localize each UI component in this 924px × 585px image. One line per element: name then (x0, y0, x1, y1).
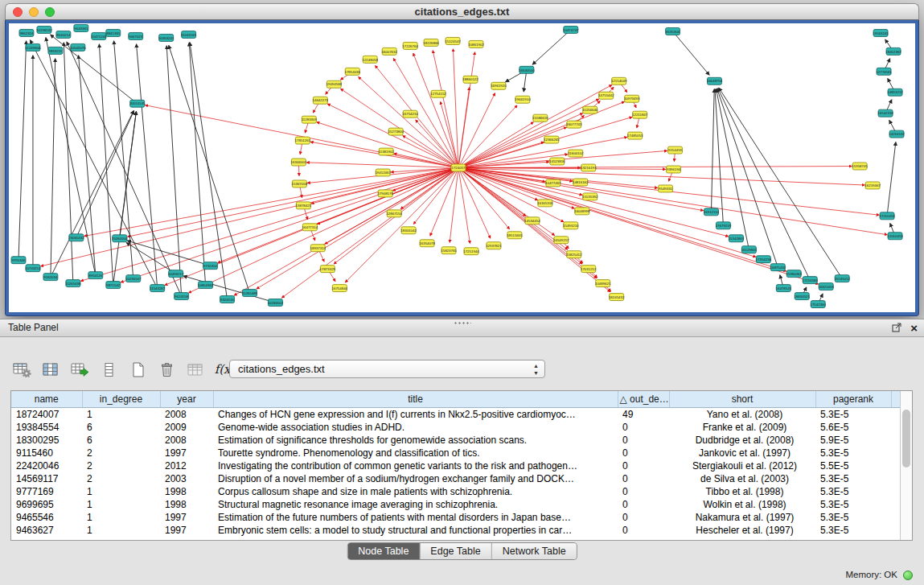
graph-node[interactable]: 16640500 (519, 66, 535, 73)
table-cell[interactable]: 5.3E-5 (815, 498, 891, 511)
tab-node-table[interactable]: Node Table (347, 543, 419, 559)
graph-edge[interactable] (887, 142, 896, 216)
graph-node[interactable]: 11256640 (582, 106, 598, 113)
graph-node[interactable]: 18860122 (462, 76, 478, 83)
graph-node[interactable]: 16648794 (707, 77, 723, 84)
graph-node[interactable]: 11265489 (242, 290, 258, 297)
table-row[interactable]: 969969511998Structural magnetic resonanc… (11, 498, 900, 511)
graph-node[interactable]: 8954126 (88, 272, 103, 279)
close-panel-icon[interactable]: × (910, 320, 918, 336)
graph-edge[interactable] (715, 89, 723, 226)
graph-node[interactable]: 17908176 (377, 190, 393, 197)
table-cell[interactable]: Corpus callosum shape and size in male p… (213, 485, 618, 498)
graph-node[interactable]: 16549257 (553, 237, 569, 244)
table-cell[interactable]: 2012 (160, 459, 213, 472)
graph-node[interactable]: 19412467 (375, 169, 391, 176)
graph-node[interactable]: 9732454 (203, 262, 218, 270)
graph-node[interactable]: 16354078 (419, 240, 435, 247)
graph-node[interactable]: 18634521 (795, 293, 811, 300)
graph-node[interactable]: 14216532 (889, 130, 905, 138)
table-cell[interactable]: 19384554 (11, 421, 82, 434)
graph-edge[interactable] (126, 243, 175, 274)
table-cell[interactable]: 5.9E-5 (815, 434, 891, 447)
graph-node[interactable]: 10542076 (70, 43, 86, 51)
tab-edge-table[interactable]: Edge Table (419, 543, 491, 559)
graph-node[interactable]: 15825412 (566, 251, 582, 258)
table-cell[interactable]: Embryonic stem cells: a model to study s… (213, 524, 618, 537)
table-row[interactable]: 1456911722003Disruption of a novel membe… (11, 472, 900, 485)
network-window-titlebar[interactable]: citations_edges.txt (5, 3, 919, 20)
table-cell[interactable]: 9463627 (11, 524, 82, 537)
graph-node[interactable]: 15586619 (532, 114, 548, 122)
table-cell[interactable]: 6 (82, 434, 160, 447)
table-row[interactable]: 1872400712008Changes of HCN gene express… (11, 407, 900, 421)
graph-node[interactable]: 19245012 (834, 275, 850, 282)
graph-node[interactable]: 11283309 (302, 116, 318, 123)
graph-node[interactable]: 9643361 (74, 24, 88, 31)
graph-edge[interactable] (458, 168, 786, 272)
table-cell[interactable]: 5.3E-5 (815, 485, 891, 498)
graph-edge[interactable] (453, 49, 458, 168)
graph-node[interactable]: 11604102 (568, 150, 584, 157)
graph-node[interactable]: 17251944 (463, 248, 479, 255)
column-header[interactable]: year (160, 391, 213, 407)
tab-network-table[interactable]: Network Table (491, 543, 577, 559)
table-cell[interactable]: de Silva et al. (2003) (669, 472, 815, 485)
graph-node[interactable]: 8640214 (56, 31, 71, 38)
graph-node[interactable]: 16477314 (302, 224, 318, 231)
graph-node[interactable]: 16912114 (704, 208, 720, 216)
table-cell[interactable]: Dudbridge et al. (2008) (669, 434, 815, 447)
graph-edge[interactable] (218, 168, 458, 263)
table-cell[interactable]: 1 (82, 511, 160, 524)
graph-node[interactable]: 11249804 (25, 43, 41, 51)
graph-edge[interactable] (458, 168, 729, 237)
delete-icon[interactable] (154, 358, 179, 381)
graph-node[interactable]: 25260550 (112, 235, 128, 242)
table-cell[interactable]: 2 (82, 472, 160, 485)
graph-node[interactable]: 14816162 (573, 179, 589, 186)
minimize-window-button[interactable] (29, 7, 39, 17)
graph-node[interactable]: 10474747 (563, 26, 579, 33)
graph-node[interactable]: 9795346 (11, 257, 26, 264)
graph-node[interactable]: 15367058 (292, 180, 308, 187)
graph-node[interactable]: 16344001 (291, 159, 307, 166)
graph-node[interactable]: 9154459 (668, 146, 683, 154)
graph-node[interactable]: 10861902 (468, 40, 484, 47)
graph-edge[interactable] (114, 41, 133, 278)
table-cell[interactable]: 9777169 (11, 485, 82, 498)
table-columns-icon[interactable] (39, 358, 64, 381)
table-cell[interactable]: 14569117 (11, 472, 82, 485)
table-cell[interactable]: 2009 (160, 421, 213, 434)
table-cell[interactable]: Franke et al. (2009) (669, 421, 815, 434)
graph-node[interactable]: 10973493 (624, 95, 640, 102)
table-selector-dropdown[interactable]: citations_edges.txt ▲ ▼ (229, 360, 545, 378)
table-cell[interactable]: 2008 (160, 434, 213, 447)
graph-node[interactable]: 10477467 (545, 179, 561, 187)
graph-node[interactable]: 20551145 (129, 100, 146, 107)
table-cell[interactable]: 1997 (160, 511, 213, 524)
vertical-scrollbar[interactable] (900, 391, 912, 540)
table-cell[interactable]: Changes of HCN gene expression and I(f) … (213, 407, 618, 421)
table-cell[interactable]: 1 (82, 524, 160, 537)
graph-node[interactable]: 16321459 (818, 283, 834, 290)
table-cell[interactable]: 0 (618, 498, 669, 511)
graph-node[interactable]: 17031212 (581, 266, 597, 273)
graph-node[interactable]: 12248058 (362, 56, 378, 63)
table-cell[interactable]: 1 (82, 498, 160, 511)
table-row[interactable]: 911546021997Tourette syndrome. Phenomeno… (11, 447, 900, 459)
graph-node[interactable]: 15823765 (441, 247, 457, 254)
graph-node[interactable]: 14523816 (549, 158, 565, 165)
graph-node[interactable]: 8135304 (666, 27, 680, 35)
column-header[interactable]: short (669, 391, 815, 407)
graph-edge[interactable] (458, 168, 610, 292)
graph-edge[interactable] (673, 31, 709, 75)
graph-node[interactable]: 9549331 (659, 185, 673, 192)
graph-node[interactable]: 16875432 (770, 264, 786, 271)
graph-node[interactable]: 18226866 (423, 39, 439, 46)
graph-node[interactable]: 9467023 (129, 32, 143, 39)
graph-node[interactable]: 10854362 (198, 282, 214, 289)
graph-node[interactable]: 13878421 (296, 202, 312, 209)
table-cell[interactable]: Nakamura et al. (1997) (669, 511, 815, 524)
table-cell[interactable]: 1 (82, 407, 160, 421)
table-row[interactable]: 1830029562008Estimation of significance … (11, 434, 900, 447)
